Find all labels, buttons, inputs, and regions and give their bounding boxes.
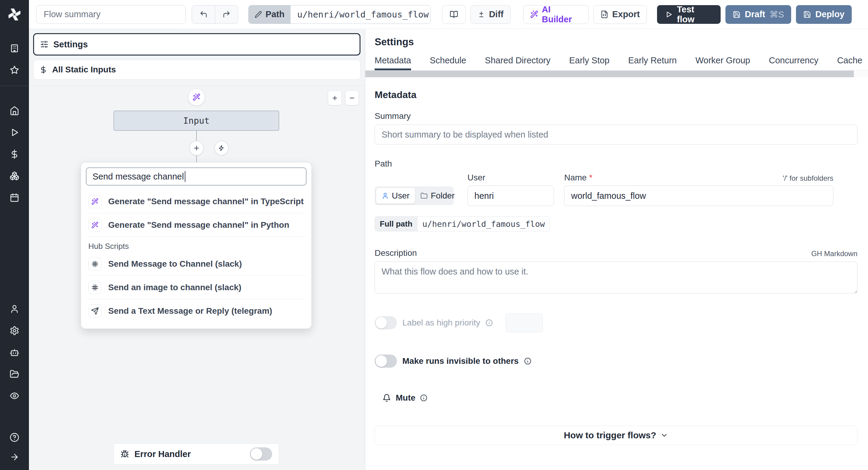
priority-value-input[interactable]	[505, 314, 543, 332]
sidebar-item-users[interactable]	[0, 298, 29, 320]
how-to-trigger-label: How to trigger flows?	[564, 430, 656, 440]
description-label: Description	[375, 248, 417, 258]
result-slack-send-image[interactable]: Send an image to channel (slack)	[86, 276, 307, 299]
sidebar-item-runs[interactable]	[0, 122, 29, 143]
topbar: Path u/henri/world_famous_flow Diff	[29, 0, 868, 29]
sidebar-item-help[interactable]	[0, 427, 29, 448]
sidebar-item-variables[interactable]	[0, 143, 29, 165]
result-slack-send-message[interactable]: Send Message to Channel (slack)	[86, 252, 307, 276]
file-code-icon	[600, 10, 609, 19]
ai-builder-label: AI Builder	[542, 4, 582, 24]
star-icon	[10, 65, 19, 75]
tab-early-stop[interactable]: Early Stop	[569, 56, 610, 70]
draft-shortcut: ⌘S	[770, 9, 784, 20]
diff-label: Diff	[489, 9, 503, 19]
undo-button[interactable]	[192, 5, 215, 24]
step-search-input[interactable]: Send message channel	[86, 168, 307, 185]
undo-redo-group	[192, 5, 238, 24]
plus-icon	[332, 95, 338, 101]
tab-early-return[interactable]: Early Return	[628, 56, 677, 70]
owner-folder-option[interactable]: Folder	[415, 188, 460, 204]
invisible-runs-row: Make runs invisible to others	[375, 354, 858, 368]
help-icon	[10, 433, 19, 442]
input-node-label: Input	[183, 116, 210, 126]
tab-schedule[interactable]: Schedule	[430, 56, 466, 70]
result-label: Send an image to channel (slack)	[108, 283, 241, 292]
ai-builder-button[interactable]: AI Builder	[523, 5, 589, 24]
flow-settings-card[interactable]: Settings	[33, 33, 361, 56]
sidebar-item-home[interactable]	[0, 100, 29, 122]
sidebar-item-favorites[interactable]	[0, 59, 29, 81]
description-textarea[interactable]	[375, 262, 858, 294]
boxes-icon	[10, 171, 19, 181]
plus-minus-icon	[477, 10, 485, 19]
invisible-runs-toggle[interactable]	[375, 354, 397, 368]
wand-icon	[530, 10, 538, 19]
sidebar-item-workers[interactable]	[0, 342, 29, 363]
summary-input[interactable]	[375, 125, 858, 145]
name-field[interactable]	[564, 185, 833, 206]
sidebar-expand-button[interactable]	[0, 448, 29, 470]
add-trigger-button[interactable]	[215, 141, 228, 155]
subfolders-hint: '/' for subfolders	[783, 174, 833, 182]
diff-button[interactable]: Diff	[470, 5, 510, 24]
chevron-down-icon	[660, 431, 668, 439]
path-chip[interactable]: Path u/henri/world_famous_flow	[248, 5, 431, 24]
user-field[interactable]	[467, 185, 554, 206]
sidebar-item-resources[interactable]	[0, 165, 29, 187]
input-node[interactable]: Input	[114, 111, 279, 130]
ai-flow-button[interactable]	[188, 89, 205, 106]
user-field-label: User	[467, 173, 554, 182]
sidebar-item-folders[interactable]	[0, 363, 29, 385]
wand-icon	[193, 93, 200, 101]
settings-title: Settings	[365, 29, 868, 48]
flow-summary-input[interactable]	[36, 5, 186, 24]
play-icon	[10, 127, 19, 137]
deploy-button[interactable]: Deploy	[796, 5, 852, 24]
all-static-inputs-card[interactable]: All Static Inputs	[33, 60, 361, 80]
mute-row[interactable]: Mute	[382, 393, 858, 403]
full-path-chip: Full path u/henri/world_famous_flow	[375, 216, 550, 231]
sidebar-item-schedules[interactable]	[0, 187, 29, 208]
high-priority-toggle[interactable]	[375, 316, 397, 329]
how-to-trigger-button[interactable]: How to trigger flows?	[375, 425, 858, 445]
sidebar-item-workspace[interactable]	[0, 37, 29, 59]
sidebar-item-audit[interactable]	[0, 385, 29, 407]
sidebar-item-settings[interactable]	[0, 320, 29, 342]
error-handler-toggle[interactable]	[250, 447, 272, 461]
metadata-heading: Metadata	[375, 89, 858, 100]
zoom-out-button[interactable]	[345, 90, 359, 105]
tab-cache[interactable]: Cache	[837, 56, 862, 70]
draft-button[interactable]: Draft ⌘S	[725, 5, 791, 24]
result-telegram-send-text[interactable]: Send a Text Message or Reply (telegram)	[86, 299, 307, 323]
required-mark: *	[589, 173, 592, 182]
step-search-value: Send message channel	[93, 172, 184, 182]
windmill-logo[interactable]	[0, 0, 29, 29]
owner-user-option[interactable]: User	[376, 188, 415, 204]
tab-metadata[interactable]: Metadata	[375, 56, 411, 70]
info-icon	[486, 319, 493, 326]
tabs-scrollbar-thumb[interactable]	[365, 70, 854, 77]
tab-worker-group[interactable]: Worker Group	[695, 56, 750, 70]
flow-settings-label: Settings	[53, 39, 88, 50]
info-icon	[524, 357, 531, 365]
result-generate-python[interactable]: Generate "Send message channel" in Pytho…	[86, 213, 307, 237]
export-button[interactable]: Export	[593, 5, 647, 24]
hub-scripts-section-label: Hub Scripts	[88, 242, 307, 251]
result-generate-typescript[interactable]: Generate "Send message channel" in TypeS…	[86, 190, 307, 213]
zoom-in-button[interactable]	[328, 90, 342, 105]
tabs-scrollbar[interactable]	[365, 70, 868, 77]
wand-icon	[91, 222, 98, 229]
tab-concurrency[interactable]: Concurrency	[769, 56, 818, 70]
folder-icon	[421, 192, 428, 199]
tab-shared-directory[interactable]: Shared Directory	[485, 56, 551, 70]
calendar-icon	[10, 193, 19, 202]
docs-button[interactable]	[442, 5, 466, 24]
test-flow-button[interactable]: Test flow	[657, 5, 721, 24]
add-step-button[interactable]	[190, 141, 204, 155]
canvas-divider	[29, 85, 365, 86]
error-handler-node[interactable]: Error Handler	[114, 443, 279, 465]
sidebar-divider	[0, 86, 29, 86]
redo-icon	[222, 10, 230, 19]
redo-button[interactable]	[215, 5, 238, 24]
